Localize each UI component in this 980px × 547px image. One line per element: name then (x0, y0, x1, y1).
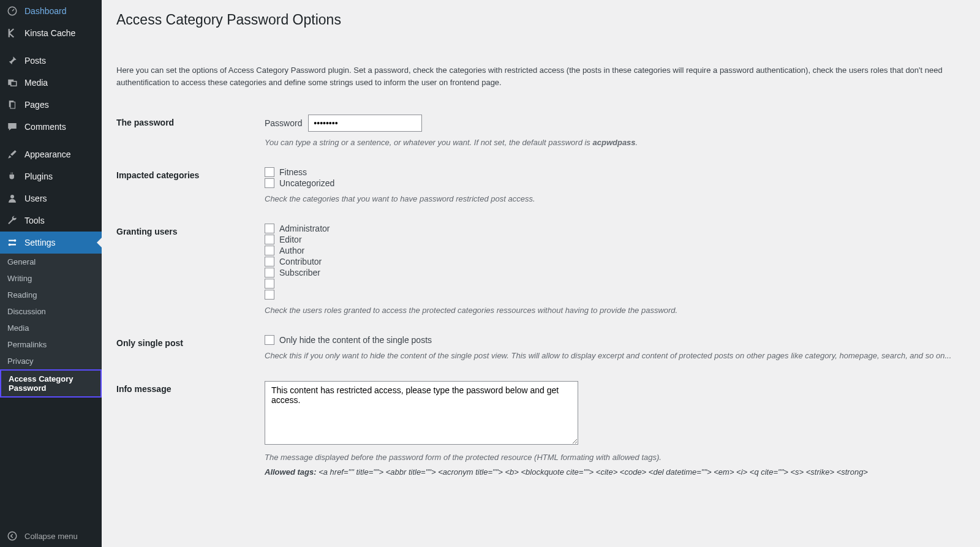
row-heading-single: Only single post (116, 326, 258, 371)
role-label: Administrator (279, 224, 330, 233)
row-heading-users: Granting users (116, 214, 258, 326)
sidebar-item-kinsta[interactable]: Kinsta Cache (0, 22, 102, 44)
sidebar-item-appearance[interactable]: Appearance (0, 143, 102, 165)
svg-point-5 (10, 195, 14, 198)
pin-icon (6, 55, 18, 67)
settings-submenu: General Writing Reading Discussion Media… (0, 254, 102, 398)
user-icon (6, 192, 18, 205)
brush-icon (6, 148, 18, 160)
svg-rect-8 (10, 244, 16, 245)
submenu-writing[interactable]: Writing (0, 270, 102, 287)
svg-rect-6 (9, 240, 14, 241)
submenu-reading[interactable]: Reading (0, 287, 102, 303)
settings-icon (6, 236, 18, 249)
sidebar-item-pages[interactable]: Pages (0, 94, 102, 116)
sidebar-item-label: Comments (24, 122, 66, 132)
collapse-icon (6, 530, 18, 542)
sidebar-item-comments[interactable]: Comments (0, 116, 102, 138)
single-hint: Check this if you only want to hide the … (265, 350, 959, 362)
role-label: Contributor (279, 257, 322, 266)
content-area: Access Category Password Options Here yo… (102, 0, 980, 488)
settings-form: The password Password You can type a str… (116, 105, 965, 488)
sidebar-item-dashboard[interactable]: Dashboard (0, 0, 102, 22)
sidebar-item-label: Users (24, 194, 47, 203)
collapse-menu[interactable]: Collapse menu (0, 525, 102, 547)
submenu-discussion[interactable]: Discussion (0, 303, 102, 320)
password-input[interactable] (308, 115, 422, 132)
sidebar-item-label: Settings (24, 238, 56, 247)
svg-point-7 (14, 240, 17, 242)
collapse-label: Collapse menu (24, 532, 78, 541)
role-label: Subscriber (279, 268, 320, 277)
role-checkbox-subscriber[interactable] (265, 268, 274, 277)
role-label: Editor (279, 235, 302, 244)
submenu-permalinks[interactable]: Permalinks (0, 336, 102, 353)
svg-point-10 (8, 532, 17, 540)
media-icon (6, 77, 18, 89)
sidebar-item-posts[interactable]: Posts (0, 50, 102, 72)
users-hint: Check the users roles granted to access … (265, 304, 959, 317)
sidebar-item-label: Media (24, 78, 48, 88)
role-checkbox-editor[interactable] (265, 235, 274, 244)
category-label: Fitness (279, 167, 307, 177)
comment-icon (6, 121, 18, 133)
sidebar-item-plugins[interactable]: Plugins (0, 165, 102, 187)
sidebar-item-label: Tools (24, 216, 45, 225)
single-post-checkbox[interactable] (265, 335, 274, 345)
page-icon (6, 99, 18, 111)
role-checkbox-empty-2[interactable] (265, 290, 274, 300)
role-checkbox-administrator[interactable] (265, 224, 274, 233)
allowed-tags-line: Allowed tags: <a href="" title=""> <abbr… (265, 466, 959, 478)
category-checkbox-uncategorized[interactable] (265, 178, 274, 188)
submenu-media[interactable]: Media (0, 320, 102, 336)
categories-hint: Check the categories that you want to ha… (265, 193, 959, 205)
sidebar-item-label: Posts (24, 56, 46, 66)
submenu-general[interactable]: General (0, 254, 102, 270)
info-message-textarea[interactable] (265, 381, 578, 445)
wrench-icon (6, 214, 18, 227)
role-checkbox-author[interactable] (265, 246, 274, 255)
sidebar-item-label: Kinsta Cache (24, 28, 75, 38)
sidebar-item-label: Plugins (24, 172, 53, 181)
sidebar-item-users[interactable]: Users (0, 187, 102, 209)
submenu-access-category-password[interactable]: Access Category Password (0, 369, 102, 398)
kinsta-icon (6, 27, 18, 39)
svg-rect-2 (11, 81, 17, 86)
info-hint: The message displayed before the passwor… (265, 451, 959, 464)
sidebar-item-settings[interactable]: Settings (0, 232, 102, 254)
dashboard-icon (6, 5, 18, 17)
sidebar-item-label: Dashboard (24, 6, 67, 16)
row-heading-categories: Impacted categories (116, 158, 258, 214)
row-heading-info: Info message (116, 372, 258, 488)
role-label: Author (279, 246, 304, 255)
sidebar-item-label: Pages (24, 100, 49, 110)
role-checkbox-contributor[interactable] (265, 257, 274, 266)
category-checkbox-fitness[interactable] (265, 167, 274, 177)
plug-icon (6, 170, 18, 183)
category-label: Uncategorized (279, 178, 334, 188)
sidebar-item-label: Appearance (24, 149, 71, 159)
single-post-label: Only hide the content of the single post… (279, 335, 432, 345)
intro-text: Here you can set the options of Access C… (116, 64, 965, 88)
admin-sidebar: Dashboard Kinsta Cache Posts Media Pages… (0, 0, 102, 547)
row-heading-password: The password (116, 105, 258, 158)
sidebar-item-tools[interactable]: Tools (0, 209, 102, 232)
sidebar-item-media[interactable]: Media (0, 72, 102, 94)
password-label: Password (265, 118, 302, 128)
submenu-privacy[interactable]: Privacy (0, 353, 102, 369)
role-checkbox-empty-1[interactable] (265, 279, 274, 289)
svg-rect-4 (10, 102, 15, 109)
svg-point-9 (9, 244, 11, 246)
password-hint: You can type a string or a sentence, or … (265, 137, 959, 149)
page-title: Access Category Password Options (116, 6, 965, 31)
